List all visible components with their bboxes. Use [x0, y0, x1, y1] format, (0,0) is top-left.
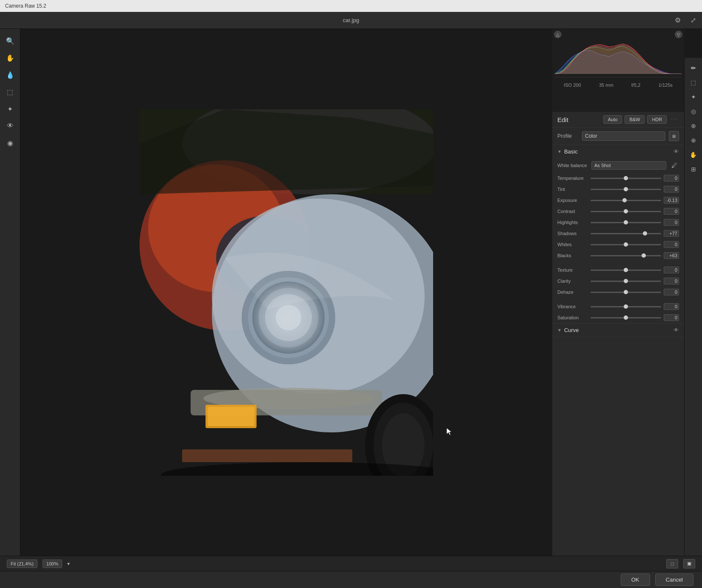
zoom-percentage[interactable]: 100%	[43, 560, 62, 568]
single-view-button[interactable]: □	[666, 559, 678, 568]
tool-wb-picker[interactable]: 💧	[3, 67, 18, 82]
more-options-icon[interactable]: ···	[669, 115, 679, 124]
expand-icon[interactable]: ⤢	[691, 16, 696, 24]
slider-thumb-saturation[interactable]	[624, 315, 628, 320]
mask-tool-button[interactable]: ◎	[687, 105, 700, 118]
panel-toggle-button[interactable]: ⊞	[687, 162, 700, 176]
slider-track-dehaze[interactable]	[591, 292, 661, 293]
slider-track-contrast[interactable]	[591, 211, 661, 212]
heal-tool-button[interactable]: ✦	[687, 90, 700, 104]
slider-row-vibrance: Vibrance	[552, 301, 684, 312]
slider-value-exposure[interactable]	[664, 197, 679, 204]
wb-picker-button[interactable]: 🖊	[670, 161, 679, 170]
settings-icon[interactable]: ⚙	[675, 16, 681, 24]
slider-row-dehaze: Dehaze	[552, 287, 684, 298]
white-balance-select[interactable]: As Shot Auto Daylight Cloudy	[591, 161, 666, 170]
slider-thumb-blacks[interactable]	[642, 253, 646, 258]
slider-thumb-vibrance[interactable]	[624, 304, 628, 309]
edit-scroll[interactable]: Edit Auto B&W HDR ··· Profile Color	[552, 112, 684, 556]
highlight-clip-btn[interactable]: △	[554, 31, 562, 38]
photo-svg	[140, 109, 433, 476]
slider-value-highlights[interactable]	[664, 219, 679, 226]
slider-value-temperature[interactable]	[664, 175, 679, 182]
file-tab[interactable]: car.jpg	[343, 17, 359, 23]
curve-chevron-icon: ▼	[557, 328, 562, 332]
svg-rect-17	[208, 407, 254, 426]
slider-row-whites: Whites	[552, 239, 684, 250]
slider-thumb-texture[interactable]	[624, 268, 628, 272]
slider-value-dehaze[interactable]	[664, 289, 679, 295]
basic-visibility-icon[interactable]: 👁	[673, 148, 679, 155]
zoom-in-button[interactable]: ⊕	[687, 134, 700, 147]
cancel-button[interactable]: Cancel	[655, 574, 693, 586]
shadow-clip-btn[interactable]: ▽	[675, 31, 682, 38]
slider-row-temperature: Temperature	[552, 173, 684, 184]
slider-value-saturation[interactable]	[664, 314, 679, 321]
slider-thumb-tint[interactable]	[624, 187, 628, 191]
slider-thumb-exposure[interactable]	[622, 198, 627, 202]
slider-label-tint: Tint	[557, 187, 588, 192]
slider-track-blacks[interactable]	[591, 255, 661, 256]
slider-thumb-contrast[interactable]	[624, 209, 628, 213]
exif-aperture: f/5,2	[631, 82, 640, 88]
slider-value-tint[interactable]	[664, 186, 679, 193]
slider-thumb-clarity[interactable]	[624, 279, 628, 283]
slider-value-texture[interactable]	[664, 267, 679, 273]
profile-grid-button[interactable]: ⊞	[669, 131, 679, 141]
slider-value-blacks[interactable]	[664, 252, 679, 259]
slider-thumb-shadows[interactable]	[643, 231, 647, 236]
slider-track-shadows[interactable]	[591, 233, 661, 234]
exif-focal: 35 mm	[599, 82, 614, 88]
edit-tool-button[interactable]: ✏	[687, 61, 700, 75]
slider-track-texture[interactable]	[591, 270, 661, 271]
auto-button[interactable]: Auto	[603, 115, 622, 124]
tool-redeye[interactable]: 👁	[3, 118, 18, 134]
slider-row-exposure: Exposure	[552, 195, 684, 206]
slider-track-whites[interactable]	[591, 244, 661, 245]
slider-thumb-highlights[interactable]	[624, 220, 628, 224]
slider-track-tint[interactable]	[591, 189, 661, 190]
sliders-container: TemperatureTintExposureContrastHighlight…	[552, 173, 684, 323]
slider-track-temperature[interactable]	[591, 178, 661, 179]
slider-track-clarity[interactable]	[591, 281, 661, 282]
ok-button[interactable]: OK	[621, 574, 650, 586]
slider-value-whites[interactable]	[664, 241, 679, 248]
white-balance-row: White balance As Shot Auto Daylight Clou…	[552, 158, 684, 173]
tool-crop[interactable]: ⬚	[3, 84, 18, 99]
slider-thumb-dehaze[interactable]	[624, 290, 628, 294]
slider-row-shadows: Shadows	[552, 228, 684, 239]
split-view-button[interactable]: ▣	[683, 559, 695, 568]
slider-value-clarity[interactable]	[664, 278, 679, 284]
slider-thumb-temperature[interactable]	[624, 176, 628, 180]
slider-track-exposure[interactable]	[591, 200, 661, 201]
slider-value-vibrance[interactable]	[664, 303, 679, 310]
curve-section-header[interactable]: ▼ Curve 👁	[552, 324, 684, 337]
crop-tool-button[interactable]: ⬚	[687, 76, 700, 89]
status-bar: Fit (21,4%) 100% ▾ □ ▣	[0, 556, 702, 571]
left-toolbar: 🔍 ✋ 💧 ⬚ ✦ 👁 ◉	[0, 29, 20, 556]
app-title: Camera Raw 15.2	[5, 3, 46, 9]
slider-label-temperature: Temperature	[557, 176, 588, 181]
edit-section-title: Edit	[557, 116, 568, 123]
tool-hand[interactable]: ✋	[3, 50, 18, 65]
slider-track-saturation[interactable]	[591, 317, 661, 318]
slider-track-vibrance[interactable]	[591, 306, 661, 307]
slider-track-highlights[interactable]	[591, 222, 661, 223]
bw-button[interactable]: B&W	[625, 115, 645, 124]
tool-zoom[interactable]: 🔍	[3, 33, 18, 48]
slider-thumb-whites[interactable]	[624, 242, 628, 247]
profile-select[interactable]: Color Adobe Color Adobe Landscape	[582, 131, 665, 141]
slider-value-contrast[interactable]	[664, 208, 679, 215]
slider-value-shadows[interactable]	[664, 230, 679, 237]
edit-header: Edit Auto B&W HDR ···	[552, 112, 684, 128]
tool-heal[interactable]: ✦	[3, 101, 18, 116]
redeye-tool-button[interactable]: ⊕	[687, 119, 700, 133]
curve-visibility-icon[interactable]: 👁	[673, 327, 679, 333]
svg-rect-22	[182, 449, 352, 462]
tool-mask[interactable]: ◉	[3, 135, 18, 151]
fit-button[interactable]: Fit (21,4%)	[7, 560, 37, 568]
zoom-dropdown-arrow[interactable]: ▾	[67, 561, 70, 567]
hdr-button[interactable]: HDR	[647, 115, 667, 124]
hand-tool-button[interactable]: ✋	[687, 148, 700, 162]
basic-section-header[interactable]: ▼ Basic 👁	[552, 145, 684, 158]
